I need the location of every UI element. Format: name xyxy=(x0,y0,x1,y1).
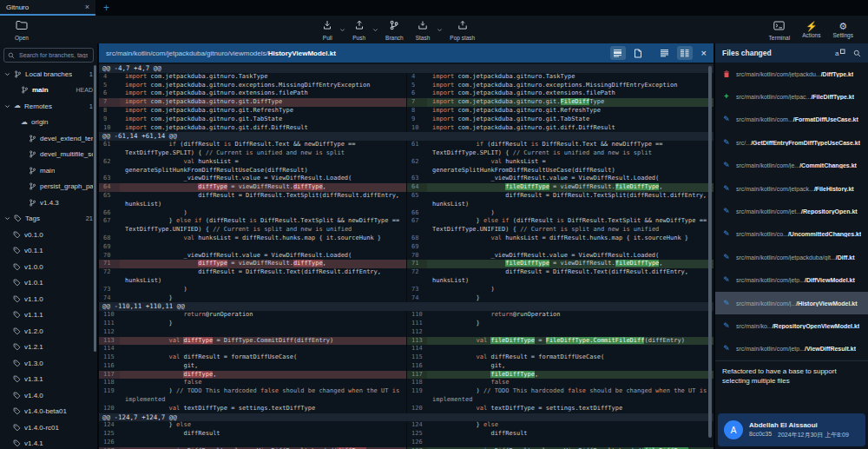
code-line-left: diffType, xyxy=(120,371,406,380)
stash-dropdown-chevron-icon[interactable] xyxy=(437,27,443,33)
sidebar-item-v1-2-1[interactable]: v1.2.1 xyxy=(0,340,97,356)
full-file-view-toggle[interactable] xyxy=(630,46,646,60)
file-item-getdiffentryfromdifftypeusecase-kt[interactable]: ✎src/.../GetDiffEntryFromDiffTypeUseCase… xyxy=(715,131,868,154)
branch-button[interactable]: Branch xyxy=(379,18,410,41)
sidebar-item-v1-1-0[interactable]: v1.1.0 xyxy=(0,291,97,307)
file-item-commitchanges-kt[interactable]: ✎src/main/kotlin/com/je.../CommitChanges… xyxy=(715,155,868,177)
code-line-left: diffResult = DiffResult.TextSplit(diffRe… xyxy=(120,192,406,209)
file-item-viewdiffresult-kt[interactable]: ✎src/main/kotlin/com/jetp.../ViewDiffRes… xyxy=(715,338,868,360)
item-label: devel_extend_terminal xyxy=(40,135,93,142)
sidebar-section-local-branches[interactable]: Local branches1 xyxy=(0,66,97,83)
tab-gitnuro[interactable]: Gitnuro × xyxy=(0,0,95,16)
file-item-difftype-kt[interactable]: src/main/kotlin/com/jetpackdu.../DiffTyp… xyxy=(715,63,868,85)
code-line-left: if (diffResult is DiffResult.Text && new… xyxy=(120,141,406,158)
sidebar-item-v1-2-0[interactable]: v1.2.0 xyxy=(0,323,97,340)
line-number-right: 110 xyxy=(406,311,427,320)
file-item-diffviewmodel-kt[interactable]: ✎src/main/kotlin/com/jetp.../DiffViewMod… xyxy=(715,269,868,292)
sidebar-item-v1-1-1[interactable]: v1.1.1 xyxy=(0,307,97,324)
line-number-right: 113 xyxy=(406,337,427,346)
sidebar-item-v1-4-0-beta01[interactable]: v1.4.0-beta01 xyxy=(0,404,97,420)
tag-icon xyxy=(13,247,21,254)
code-line-right: val diffResult = formatDiffUseCase( xyxy=(427,353,713,362)
push-dropdown-chevron-icon[interactable] xyxy=(372,27,378,33)
code-line-left xyxy=(120,439,406,447)
actions-button[interactable]: ⚡ Actions xyxy=(796,21,826,38)
sidebar-item-persist-graph-padding[interactable]: persist_graph_padding xyxy=(0,179,97,195)
branch-search-box[interactable] xyxy=(3,48,94,63)
diff-scrollbar[interactable] xyxy=(708,66,712,438)
search-icon[interactable] xyxy=(853,50,861,57)
line-number-left: 68 xyxy=(99,234,120,243)
commit-author-card[interactable]: A Abdellah El Aissaoui 8cc0c35 2024年12月3… xyxy=(718,413,865,446)
search-input[interactable] xyxy=(17,51,89,59)
tag-icon xyxy=(13,439,21,447)
diff-row: 65 diffResult = DiffResult.TextSplit(dif… xyxy=(99,192,713,209)
unified-diff-toggle[interactable] xyxy=(657,46,673,60)
sidebar-item-v1-3-0[interactable]: v1.3.0 xyxy=(0,355,97,372)
branch-icon xyxy=(389,18,399,34)
code-line-left: diffType = viewDiffResult.diffType, xyxy=(120,183,406,192)
file-item-historyviewmodel-kt[interactable]: ✎src/main/kotlin/com/j.../HistoryViewMod… xyxy=(715,292,868,314)
stash-button[interactable]: Stash xyxy=(410,18,437,41)
sidebar-section-remotes[interactable]: ☁Remotes1 xyxy=(0,98,97,115)
sidebar-item-devel-multifile-selection[interactable]: devel_multifile_selection xyxy=(0,147,97,163)
code-line-right: diffResult = DiffResult.Text(diffResult.… xyxy=(427,268,713,286)
close-diff-icon[interactable]: × xyxy=(701,48,707,58)
chevron-down-icon[interactable] xyxy=(4,103,10,109)
sidebar-item-v1-4-0-rc01[interactable]: v1.4.0-rc01 xyxy=(0,419,97,436)
file-path: src/main/kotlin/com/jetpackduba/git.../D… xyxy=(736,254,855,261)
open-button[interactable]: Open xyxy=(9,18,35,41)
sidebar-item-main[interactable]: main xyxy=(0,162,97,179)
sidebar-item-v1-0-1[interactable]: v1.0.1 xyxy=(0,275,97,292)
file-item-filehistory-kt[interactable]: ✎src/main/kotlin/com/jetpack.../FileHist… xyxy=(715,177,868,200)
line-number-left: 9 xyxy=(99,116,120,124)
settings-button[interactable]: ⚙ Settings xyxy=(827,21,860,38)
chevron-down-icon[interactable] xyxy=(4,215,10,221)
push-button[interactable]: Push xyxy=(346,18,372,41)
file-path: src/main/kotlin/com/jetp.../DiffViewMode… xyxy=(736,277,855,283)
file-path: src/main/kotlin/com/j.../HistoryViewMode… xyxy=(736,300,858,307)
sidebar-item-v1-4-1[interactable]: v1.4.1 xyxy=(0,436,97,449)
hunks-view-toggle[interactable] xyxy=(610,46,626,60)
code-line-right: ) xyxy=(427,209,713,218)
tree-view-toggle-icon[interactable]: a xyxy=(835,49,845,57)
file-item-uncommittedchanges-kt[interactable]: ✎src/main/kotlin/co.../UncommittedChange… xyxy=(715,223,868,246)
sidebar-item-v0-1-1[interactable]: v0.1.1 xyxy=(0,243,97,260)
pull-button[interactable]: Pull xyxy=(316,18,339,41)
line-number-right: 5 xyxy=(406,82,427,90)
sidebar-section-tags[interactable]: Tags21 xyxy=(0,211,97,228)
terminal-button[interactable]: Terminal xyxy=(763,18,797,41)
file-item-repositoryopenviewmodel-kt[interactable]: ✎src/main/ko.../RepositoryOpenViewModel.… xyxy=(715,314,868,337)
code-line-right: import com.jetpackduba.gitnuro.git.diff.… xyxy=(427,124,713,133)
close-icon[interactable]: × xyxy=(85,3,89,11)
sidebar-item-main[interactable]: mainHEAD xyxy=(0,83,97,99)
split-diff-toggle[interactable] xyxy=(677,46,693,60)
file-item-diff-kt[interactable]: ✎src/main/kotlin/com/jetpackduba/git.../… xyxy=(715,246,868,268)
file-item-repositoryopen-kt[interactable]: ✎src/main/kotlin/com/jet.../RepositoryOp… xyxy=(715,200,868,222)
pop-stash-button[interactable]: Pop stash xyxy=(444,18,481,41)
diff-row: 110 return@runOperation110 return@runOpe… xyxy=(99,311,713,320)
line-number-right: 72 xyxy=(406,268,427,286)
code-line-right: } xyxy=(427,294,713,303)
sidebar-item-v1-3-1[interactable]: v1.3.1 xyxy=(0,372,97,388)
trash-icon xyxy=(723,66,730,82)
file-item-filedifftype-kt[interactable]: +src/main/kotlin/com/jetpac.../FileDiffT… xyxy=(715,85,868,108)
sidebar-item-v0-1-0[interactable]: v0.1.0 xyxy=(0,227,97,243)
files-changed-header: Files changed a xyxy=(715,43,868,63)
line-number-left: 6 xyxy=(99,89,120,98)
sidebar-item-v1-4-3[interactable]: v1.4.3 xyxy=(0,195,97,211)
chevron-down-icon[interactable] xyxy=(4,71,10,77)
pencil-icon: ✎ xyxy=(723,116,730,123)
line-number-right: 10 xyxy=(406,124,427,133)
file-item-formatdiffusecase-kt[interactable]: ✎src/main/kotlin/com.../FormatDiffUseCas… xyxy=(715,109,868,131)
sidebar-item-v1-0-0[interactable]: v1.0.0 xyxy=(0,259,97,275)
new-tab-button[interactable]: + xyxy=(95,0,117,16)
sidebar-scrollbar[interactable] xyxy=(94,65,96,352)
sidebar-item-devel-extend-terminal[interactable]: devel_extend_terminal xyxy=(0,130,97,147)
line-number-right: 62 xyxy=(406,158,427,175)
sidebar-item-v1-4-0[interactable]: v1.4.0 xyxy=(0,387,97,404)
code-line-right: _viewDiffResult.value = ViewDiffResult.L… xyxy=(427,252,713,261)
pull-dropdown-chevron-icon[interactable] xyxy=(339,27,345,33)
sidebar-item-origin[interactable]: ☁origin xyxy=(0,115,97,131)
code-line-left: } xyxy=(120,320,406,328)
